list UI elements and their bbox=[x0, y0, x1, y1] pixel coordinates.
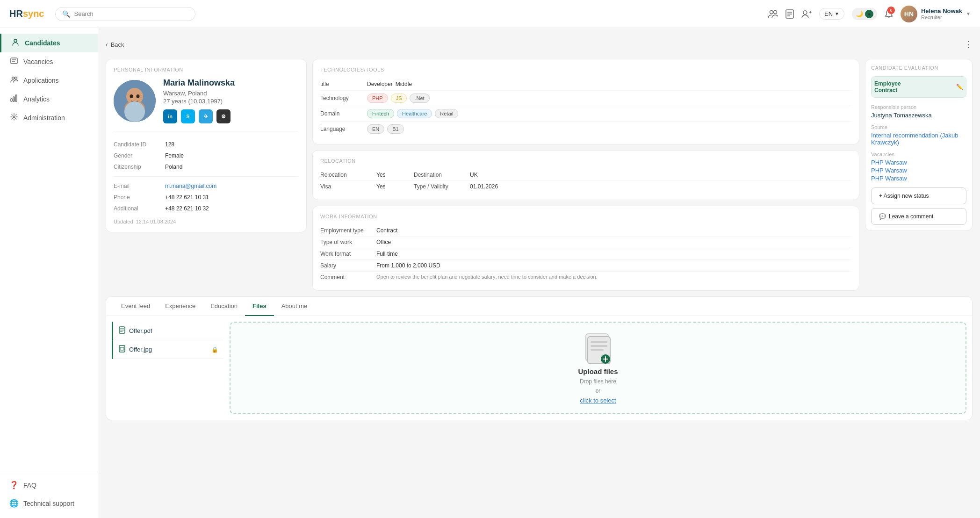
domain-tags: Fintech Healthcare Retail bbox=[367, 109, 458, 118]
search-icon: 🔍 bbox=[62, 10, 70, 18]
tab-education[interactable]: Education bbox=[203, 297, 245, 316]
personal-section-label: Personal information bbox=[114, 67, 299, 72]
add-user-icon[interactable] bbox=[801, 10, 812, 18]
svg-point-9 bbox=[14, 39, 17, 42]
file-item-offer-jpg[interactable]: Offer.jpg 🔒 bbox=[112, 340, 224, 359]
eval-tab1-line1: Employee bbox=[874, 80, 956, 87]
svg-rect-30 bbox=[120, 347, 124, 350]
edit-icon[interactable]: ✏️ bbox=[956, 84, 963, 90]
tab-files[interactable]: Files bbox=[245, 297, 274, 316]
destination-label: Destination bbox=[414, 172, 470, 178]
notifications-button[interactable]: 6 bbox=[885, 8, 893, 19]
profile-chevron-icon: ▼ bbox=[966, 11, 971, 16]
source-label: Source bbox=[871, 124, 966, 130]
github-icon[interactable]: ⚙ bbox=[216, 109, 231, 123]
telegram-icon[interactable]: ✈ bbox=[199, 109, 213, 123]
vacancy-3[interactable]: PHP Warsaw bbox=[871, 175, 966, 182]
upload-title: Upload files bbox=[578, 367, 618, 375]
upload-area[interactable]: Upload files Drop files here or click to… bbox=[230, 322, 966, 414]
info-divider bbox=[114, 176, 299, 177]
tab-about-me[interactable]: About me bbox=[274, 297, 315, 316]
profile-photo bbox=[114, 80, 156, 122]
evaluation-card: Candidate evaluation Employee Contract ✏… bbox=[865, 59, 973, 231]
additional-row: Additional +48 22 621 10 32 bbox=[114, 203, 299, 214]
sidebar-item-faq-label: FAQ bbox=[23, 482, 36, 489]
document-icon[interactable] bbox=[785, 9, 794, 19]
upload-click-link[interactable]: click to select bbox=[580, 397, 616, 404]
tag-fintech: Fintech bbox=[367, 109, 394, 118]
sidebar-item-candidates-label: Candidates bbox=[25, 39, 60, 47]
personal-info-card: Personal information bbox=[106, 59, 307, 232]
profile-info: Maria Malinowska Warsaw, Poland 27 years… bbox=[163, 78, 235, 123]
svg-rect-36 bbox=[591, 341, 607, 343]
sidebar-item-vacancies[interactable]: Vacancies bbox=[0, 52, 98, 71]
tag-healthcare: Healthcare bbox=[397, 109, 432, 118]
user-role: Recruiter bbox=[921, 14, 962, 20]
tech-section-label: Technologies/tools bbox=[320, 67, 851, 72]
vacancy-1[interactable]: PHP Warsaw bbox=[871, 159, 966, 166]
back-bar: ‹ Back ⋮ bbox=[106, 36, 973, 53]
eval-tab-employee-contract[interactable]: Employee Contract ✏️ bbox=[872, 77, 966, 97]
evaluation-section-label: Candidate evaluation bbox=[871, 65, 966, 71]
tag-en: EN bbox=[367, 124, 384, 134]
candidate-id-row: Candidate ID 128 bbox=[114, 139, 299, 150]
svg-point-13 bbox=[12, 77, 14, 79]
lang-selector[interactable]: EN ▼ bbox=[819, 8, 844, 20]
tag-js: JS bbox=[391, 94, 407, 103]
top-bar: HRsync 🔍 EN ▼ 🌙 ● bbox=[0, 0, 980, 28]
leave-comment-button[interactable]: 💬 Leave a comment bbox=[871, 208, 966, 225]
tab-experience[interactable]: Experience bbox=[158, 297, 203, 316]
relocation-label: Relocation bbox=[320, 172, 376, 178]
employment-type-row: Employment type Contract bbox=[320, 225, 851, 237]
more-options-button[interactable]: ⋮ bbox=[964, 39, 973, 50]
sidebar-item-faq[interactable]: ❓ FAQ bbox=[0, 476, 98, 494]
tech-tags: PHP JS .Net bbox=[367, 94, 430, 103]
svg-rect-38 bbox=[591, 349, 604, 351]
notification-badge: 6 bbox=[887, 7, 895, 14]
sidebar: Candidates Vacancies Applications Analyt… bbox=[0, 28, 98, 518]
updated-text: Updated 12:14 01.08.2024 bbox=[114, 219, 299, 224]
source-value[interactable]: Internal recommendation (Jakub Krawczyk) bbox=[871, 132, 966, 146]
center-panel: Technologies/tools title Developer Middl… bbox=[312, 59, 859, 291]
user-profile[interactable]: HN Helena Nowak Recruiter ▼ bbox=[901, 6, 971, 22]
tag-php: PHP bbox=[367, 94, 388, 103]
avatar: HN bbox=[901, 6, 917, 22]
vacancy-2[interactable]: PHP Warsaw bbox=[871, 167, 966, 174]
file-item-offer-pdf[interactable]: Offer.pdf bbox=[112, 322, 224, 340]
svg-rect-37 bbox=[591, 345, 607, 347]
sidebar-item-support[interactable]: 🌐 Technical support bbox=[0, 494, 98, 512]
tab-event-feed[interactable]: Event feed bbox=[114, 297, 158, 316]
search-input[interactable] bbox=[74, 10, 167, 17]
info-table: Candidate ID 128 Gender Female Citizensh… bbox=[114, 139, 299, 214]
sidebar-item-candidates[interactable]: Candidates bbox=[0, 34, 98, 52]
svg-point-1 bbox=[773, 10, 777, 14]
linkedin-icon[interactable]: in bbox=[163, 109, 177, 123]
file-name-offer-pdf: Offer.pdf bbox=[129, 327, 152, 334]
tech-title-row: title Developer Middle bbox=[320, 78, 851, 91]
skype-icon[interactable]: S bbox=[181, 109, 195, 123]
profile-header: Maria Malinowska Warsaw, Poland 27 years… bbox=[114, 78, 299, 131]
destination-value: UK bbox=[470, 172, 517, 178]
sidebar-item-vacancies-label: Vacancies bbox=[23, 58, 53, 65]
analytics-icon bbox=[9, 94, 19, 104]
theme-toggle[interactable]: 🌙 ● bbox=[852, 8, 877, 20]
sidebar-item-analytics[interactable]: Analytics bbox=[0, 90, 98, 108]
file-name-offer-jpg: Offer.jpg bbox=[129, 346, 152, 353]
assign-status-button[interactable]: + Assign new status bbox=[871, 187, 966, 204]
logo: HRsync bbox=[9, 8, 44, 19]
work-table: Employment type Contract Type of work Of… bbox=[320, 225, 851, 283]
tag-retail: Retail bbox=[435, 109, 458, 118]
tech-table: title Developer Middle Technology PHP bbox=[320, 78, 851, 137]
svg-rect-10 bbox=[11, 58, 17, 64]
sidebar-item-administration[interactable]: Administration bbox=[0, 108, 98, 127]
eval-tab1-line2: Contract bbox=[874, 87, 956, 94]
relocation-value: Yes bbox=[376, 172, 414, 178]
search-bar[interactable]: 🔍 bbox=[55, 7, 195, 21]
files-area: Offer.pdf Offer.jpg 🔒 bbox=[112, 322, 966, 414]
salary-row: Salary From 1,000 to 2,000 USD bbox=[320, 260, 851, 272]
sidebar-item-applications[interactable]: Applications bbox=[0, 71, 98, 90]
back-button[interactable]: ‹ Back bbox=[106, 41, 124, 48]
support-icon: 🌐 bbox=[9, 499, 19, 508]
visa-label: Visa bbox=[320, 183, 376, 190]
group-icon[interactable] bbox=[768, 10, 778, 18]
